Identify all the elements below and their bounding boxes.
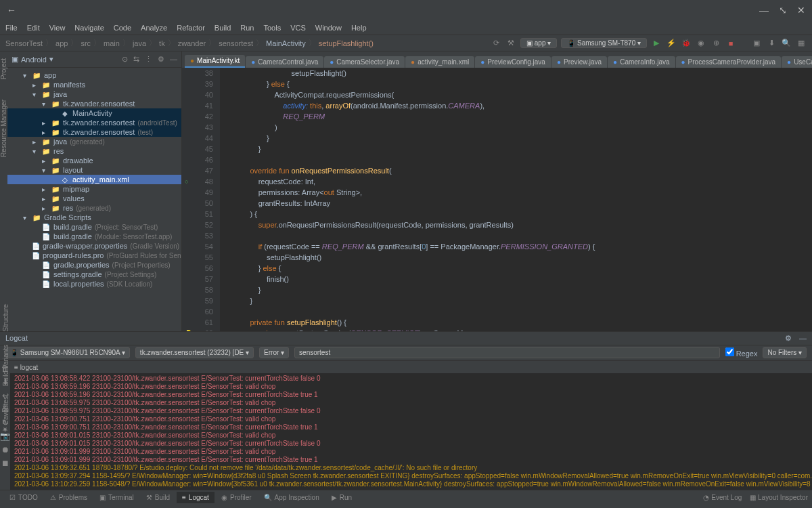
run-config-device[interactable]: 📱 Samsung SM-T870 ▾ [561, 38, 647, 48]
menu-edit[interactable]: Edit [27, 24, 40, 32]
tree-item[interactable]: ◆MainActivity [7, 108, 181, 118]
left-side-tool-favorites[interactable]: ★ Favorites [2, 396, 9, 433]
left-side-tool-structure[interactable]: Structure [2, 304, 9, 332]
breadcrumb-item[interactable]: java [133, 39, 146, 47]
bottom-tab-problems[interactable]: ⚠ Problems [45, 492, 93, 503]
menu-analyze[interactable]: Analyze [141, 24, 167, 32]
tree-item[interactable]: ▾📁res [7, 146, 181, 156]
search-icon[interactable]: 🔍 [781, 38, 792, 49]
menu-code[interactable]: Code [114, 24, 131, 32]
bottom-tab-run[interactable]: ▶ Run [326, 492, 357, 503]
tree-item[interactable]: 📄build.gradle (Project: SensorTest) [7, 222, 181, 232]
run-icon[interactable]: ▶ [651, 38, 662, 49]
menu-vcs[interactable]: VCS [290, 24, 306, 32]
breadcrumb-item[interactable]: src [81, 39, 91, 47]
menu-file[interactable]: File [5, 24, 18, 32]
logcat-record-icon[interactable]: ⏺ [1, 445, 9, 454]
editor-tab[interactable]: ●activity_main.xml [405, 56, 474, 68]
aim-icon[interactable]: ⊙ [122, 55, 128, 64]
menu-window[interactable]: Window [315, 24, 342, 32]
bottom-tab-app-inspection[interactable]: 🔍 App Inspection [258, 492, 325, 503]
breadcrumb-item[interactable]: zwander [178, 39, 206, 47]
menu-refactor[interactable]: Refactor [177, 24, 205, 32]
tree-item[interactable]: ▾📁java [7, 89, 181, 99]
debug-icon[interactable]: 🐞 [681, 38, 692, 49]
editor-tab[interactable]: ●UseCase.java [782, 56, 812, 68]
dropdown-icon[interactable]: ▾ [49, 55, 53, 64]
tree-item[interactable]: ▾📁layout [7, 165, 181, 175]
tree-item[interactable]: ▸📁res (generated) [7, 203, 181, 213]
minimize-icon[interactable]: — [759, 5, 769, 16]
tree-item[interactable]: 📄gradle-wrapper.properties (Gradle Versi… [7, 241, 181, 251]
tree-item[interactable]: 📄proguard-rules.pro (ProGuard Rules for … [7, 251, 181, 260]
breadcrumb-item[interactable]: sensortest [219, 39, 253, 47]
bottom-tab-build[interactable]: ⚒ Build [141, 492, 175, 503]
tree-item[interactable]: 📄gradle.properties (Project Properties) [7, 260, 181, 270]
bottom-tab-terminal[interactable]: ▣ Terminal [94, 492, 139, 503]
tree-item[interactable]: 📄build.gradle (Module: SensorTest.app) [7, 232, 181, 241]
tree-item[interactable]: ▸📁values [7, 194, 181, 203]
editor-tab[interactable]: ●CameraControl.java [246, 56, 323, 68]
breadcrumb-item[interactable]: app [55, 39, 68, 47]
event-log-button[interactable]: ◔ Event Log [703, 494, 742, 501]
sdk-icon[interactable]: ⬇ [766, 38, 777, 49]
editor-tab[interactable]: ●MainActivity.kt [185, 55, 245, 68]
menu-view[interactable]: View [49, 24, 66, 32]
restore-icon[interactable]: ⤡ [779, 5, 787, 16]
logcat-process-select[interactable]: tk.zwander.sensortest (23232) [DE ▾ [135, 347, 254, 358]
tree-item[interactable]: ▸📁tk.zwander.sensortest (androidTest) [7, 118, 181, 127]
editor-tab[interactable]: ●CameraInfo.java [608, 56, 675, 68]
tree-item[interactable]: ▸📁tk.zwander.sensortest (test) [7, 127, 181, 137]
bottom-tab-profiler[interactable]: ◉ Profiler [216, 492, 257, 503]
logcat-tab[interactable]: ≡ logcat [14, 364, 38, 371]
collapse-icon[interactable]: ⇆ [133, 55, 139, 64]
bottom-tab-todo[interactable]: ☑ TODO [4, 492, 43, 503]
avd-icon[interactable]: ▣ [751, 38, 762, 49]
logcat-search-input[interactable] [294, 347, 719, 358]
logcat-device-select[interactable]: 📱 Samsung SM-N986U1 R5CN90A ▾ [5, 347, 130, 358]
logcat-regex-checkbox[interactable]: Regex [725, 347, 758, 358]
project-tool-button[interactable]: Project [0, 58, 7, 79]
gear-icon[interactable]: ⚙ [158, 55, 164, 64]
stop-icon[interactable]: ■ [725, 38, 736, 49]
editor-tab[interactable]: ●ProcessCameraProvider.java [676, 56, 782, 68]
editor-tab[interactable]: ●CameraSelector.java [324, 56, 405, 68]
options-icon[interactable]: ⋮ [145, 55, 152, 64]
project-view-selector[interactable]: Android [21, 56, 47, 64]
layout-inspector-button[interactable]: ▦ Layout Inspector [750, 494, 808, 501]
editor[interactable]: ▲ 1 ^ 7 ∨ 38394041424344454647○484950515… [182, 68, 812, 331]
settings-icon[interactable]: ▦ [796, 38, 807, 49]
editor-tab[interactable]: ●PreviewConfig.java [475, 56, 551, 68]
breadcrumb-item[interactable]: setupFlashlight() [319, 39, 374, 47]
breadcrumb-item[interactable]: SensorTest [5, 39, 43, 47]
bottom-tab-logcat[interactable]: ≡ Logcat [177, 492, 215, 503]
tree-item[interactable]: ▾📁tk.zwander.sensortest [7, 99, 181, 108]
tree-item[interactable]: 📄settings.gradle (Project Settings) [7, 270, 181, 279]
back-arrow-icon[interactable]: ← [7, 5, 16, 16]
logcat-settings-icon[interactable]: ⚙ [785, 334, 792, 342]
left-side-tool-build-variants[interactable]: Build Variants [2, 345, 9, 386]
menu-run[interactable]: Run [240, 24, 254, 32]
project-tree[interactable]: ▾📁app▸📁manifests▾📁java▾📁tk.zwander.senso… [7, 68, 181, 331]
resource-manager-tool-button[interactable]: Resource Manager [0, 100, 7, 157]
tree-item[interactable]: 📄local.properties (SDK Location) [7, 279, 181, 289]
tree-item[interactable]: ▾📁Gradle Scripts [7, 213, 181, 222]
logcat-hide-icon[interactable]: — [799, 334, 807, 342]
tree-item[interactable]: ▸📁manifests [7, 80, 181, 89]
profile-icon[interactable]: ◉ [696, 38, 706, 49]
logcat-output[interactable]: 2021-03-06 13:08:58.422 23100-23100/tk.z… [10, 373, 812, 490]
close-icon[interactable]: ✕ [797, 5, 805, 16]
tree-item[interactable]: ▸📁mipmap [7, 184, 181, 194]
run-config-app[interactable]: ▣ app ▾ [520, 38, 557, 48]
breadcrumb-item[interactable]: main [104, 39, 120, 47]
editor-tab[interactable]: ●Preview.java [551, 56, 607, 68]
tree-item[interactable]: ◇activity_main.xml [7, 175, 181, 184]
hammer-icon[interactable]: ⚒ [505, 38, 516, 49]
logcat-level-select[interactable]: Error ▾ [259, 347, 289, 358]
menu-build[interactable]: Build [215, 24, 231, 32]
tree-item[interactable]: ▸📁java (generated) [7, 137, 181, 146]
breadcrumb-item[interactable]: MainActivity [266, 39, 306, 47]
menu-tools[interactable]: Tools [263, 24, 281, 32]
sync-icon[interactable]: ⟳ [491, 38, 501, 49]
tree-item[interactable]: ▸📁drawable [7, 156, 181, 165]
